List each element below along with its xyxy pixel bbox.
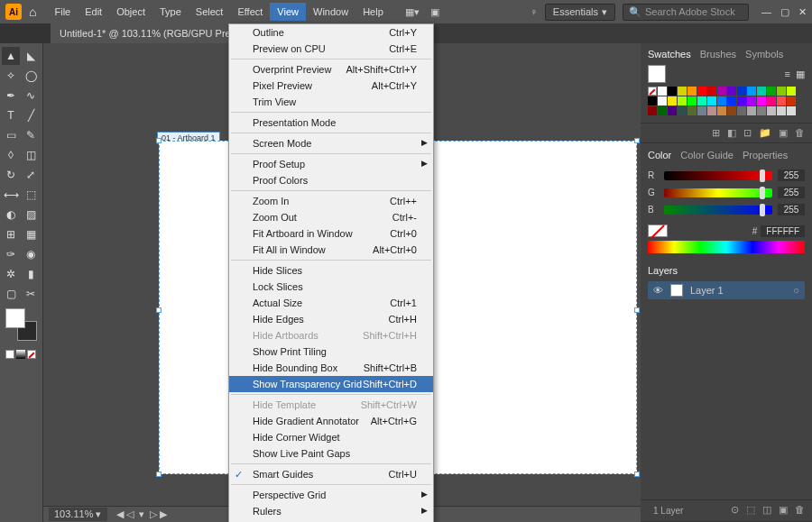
swatch-cell[interactable] (648, 106, 657, 115)
swatch-cell[interactable] (658, 87, 667, 96)
view-menu-fit-artboard-in-window[interactable]: Fit Artboard in WindowCtrl+0 (229, 225, 433, 242)
swatch-cell[interactable] (777, 96, 786, 105)
type-tool[interactable]: T (2, 106, 20, 124)
swatch-cell[interactable] (658, 96, 667, 105)
swatch-cell[interactable] (697, 87, 706, 96)
eraser-tool[interactable]: ◫ (22, 146, 40, 164)
fill-stroke-swatch[interactable] (5, 308, 37, 341)
swatch-cell[interactable] (767, 87, 776, 96)
none-color-icon[interactable] (648, 224, 668, 237)
swatch-cell[interactable] (648, 87, 657, 96)
swatch-cell[interactable] (727, 87, 736, 96)
swatch-cell[interactable] (687, 87, 697, 96)
swatch-cell[interactable] (747, 87, 756, 96)
swatch-cell[interactable] (678, 106, 687, 115)
swatch-cell[interactable] (678, 96, 687, 105)
r-slider[interactable]: R255 (648, 169, 805, 181)
panel-tab-properties[interactable]: Properties (743, 150, 788, 160)
swatch-cell[interactable] (787, 87, 796, 96)
swatch-cell[interactable] (687, 106, 697, 115)
width-tool[interactable]: ⟷ (2, 186, 20, 204)
gpu-icon[interactable]: ▣ (430, 6, 439, 18)
view-menu-zoom-in[interactable]: Zoom InCtrl++ (229, 193, 433, 209)
new-color-group-icon[interactable]: 📁 (759, 127, 771, 139)
swatch-options-icon[interactable]: ⊡ (743, 127, 752, 139)
swatch-list-view-icon[interactable]: ≡ (785, 69, 790, 79)
view-menu-hide-edges[interactable]: Hide EdgesCtrl+H (229, 311, 433, 327)
view-menu-trim-view[interactable]: Trim View (229, 94, 433, 110)
hex-input[interactable]: FFFFFF (761, 225, 805, 237)
view-menu-preview-on-cpu[interactable]: Preview on CPUCtrl+E (229, 41, 433, 57)
swatch-libraries-icon[interactable]: ⊞ (712, 127, 720, 139)
home-icon[interactable]: ⌂ (29, 5, 36, 19)
magic-wand-tool[interactable]: ✧ (2, 67, 20, 85)
swatch-cell[interactable] (727, 106, 736, 115)
color-mode-triad[interactable] (5, 350, 36, 359)
close-icon[interactable]: ✕ (798, 6, 807, 18)
b-slider[interactable]: B255 (648, 204, 805, 215)
view-menu-show-print-tiling[interactable]: Show Print Tiling (229, 343, 433, 360)
perspective-tool[interactable]: ▨ (22, 206, 40, 224)
swatch-cell[interactable] (687, 96, 697, 105)
view-menu-perspective-grid[interactable]: Perspective Grid▶ (229, 487, 433, 503)
view-menu-show-live-paint-gaps[interactable]: Show Live Paint Gaps (229, 445, 433, 462)
menu-select[interactable]: Select (189, 3, 231, 21)
free-transform-tool[interactable]: ⬚ (22, 186, 40, 204)
menu-object[interactable]: Object (109, 3, 152, 21)
panel-tab-symbols[interactable]: Symbols (745, 49, 783, 60)
pen-tool[interactable]: ✒ (2, 87, 20, 105)
swatch-kind-icon[interactable]: ◧ (727, 127, 736, 139)
nav-next-icon[interactable]: ▷ ▶ (150, 508, 167, 520)
swatch-cell[interactable] (737, 106, 746, 115)
menu-effect[interactable]: Effect (230, 3, 270, 21)
menu-edit[interactable]: Edit (78, 3, 109, 21)
swatch-cell[interactable] (757, 87, 766, 96)
swatch-cell[interactable] (757, 96, 766, 105)
layer-row[interactable]: 👁 Layer 1 ○ (648, 281, 805, 299)
view-menu-outline[interactable]: OutlineCtrl+Y (229, 24, 433, 41)
symbol-sprayer-tool[interactable]: ✲ (2, 265, 20, 283)
view-menu-overprint-preview[interactable]: Overprint PreviewAlt+Shift+Ctrl+Y (229, 61, 433, 78)
view-menu-fit-all-in-window[interactable]: Fit All in WindowAlt+Ctrl+0 (229, 242, 433, 258)
view-menu-presentation-mode[interactable]: Presentation Mode (229, 114, 433, 131)
swatch-cell[interactable] (717, 87, 726, 96)
search-help-icon[interactable]: ♀ (531, 6, 538, 17)
workspace-selector[interactable]: Essentials▾ (545, 4, 615, 21)
new-swatch-icon[interactable]: ▣ (779, 127, 788, 139)
menu-window[interactable]: Window (306, 3, 355, 21)
zoom-selector[interactable]: 103.11% ▾ (49, 508, 107, 521)
swatch-cell[interactable] (697, 106, 706, 115)
shaper-tool[interactable]: ◊ (2, 146, 20, 164)
swatch-cell[interactable] (777, 87, 786, 96)
view-menu-lock-slices[interactable]: Lock Slices (229, 279, 433, 295)
view-menu-actual-size[interactable]: Actual SizeCtrl+1 (229, 295, 433, 311)
layer-name[interactable]: Layer 1 (690, 285, 724, 296)
rotate-tool[interactable]: ↻ (2, 166, 20, 184)
line-tool[interactable]: ╱ (22, 106, 40, 124)
artboard-nav-select[interactable]: ▾ (139, 508, 144, 520)
rectangle-tool[interactable]: ▭ (2, 126, 20, 144)
new-sublayer-icon[interactable]: ◫ (762, 504, 771, 517)
swatch-cell[interactable] (747, 106, 756, 115)
swatch-cell[interactable] (678, 87, 687, 96)
blend-tool[interactable]: ◉ (22, 245, 40, 263)
view-menu-hide-corner-widget[interactable]: Hide Corner Widget (229, 429, 433, 445)
swatch-cell[interactable] (757, 106, 766, 115)
view-menu-hide-gradient-annotator[interactable]: Hide Gradient AnnotatorAlt+Ctrl+G (229, 413, 433, 429)
delete-swatch-icon[interactable]: 🗑 (795, 127, 805, 139)
eyedropper-tool[interactable]: ✑ (2, 245, 20, 263)
layers-tab[interactable]: Layers (648, 265, 678, 276)
swatch-cell[interactable] (717, 106, 726, 115)
view-menu-proof-setup[interactable]: Proof Setup▶ (229, 156, 433, 172)
swatch-cell[interactable] (658, 106, 667, 115)
panel-tab-swatches[interactable]: Swatches (648, 49, 691, 60)
artboard-tool[interactable]: ▢ (2, 285, 20, 303)
view-menu-zoom-out[interactable]: Zoom OutCtrl+- (229, 209, 433, 225)
swatch-cell[interactable] (787, 106, 796, 115)
swatch-cell[interactable] (697, 96, 706, 105)
swatch-cell[interactable] (787, 96, 796, 105)
slice-tool[interactable]: ✂ (22, 285, 40, 303)
arrange-icon[interactable]: ▦▾ (405, 6, 420, 18)
stock-search[interactable]: 🔍Search Adobe Stock (623, 4, 749, 21)
view-menu-pixel-preview[interactable]: Pixel PreviewAlt+Ctrl+Y (229, 78, 433, 94)
